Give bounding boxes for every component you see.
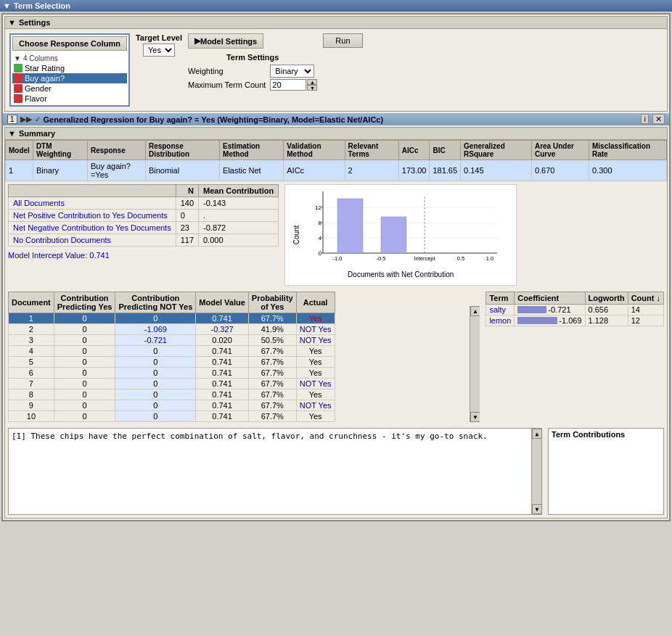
doc-cell-cn-8: 0 <box>115 389 196 400</box>
result-header: 1 ▶▶ ✓ Generalized Regression for Buy ag… <box>3 113 669 125</box>
column-item-gender[interactable]: Gender <box>12 83 127 94</box>
stats-mean-all: -0.143 <box>199 197 279 210</box>
result-arrows-icon: ▶▶ <box>20 115 32 124</box>
summary-collapse-icon[interactable]: ▼ <box>8 129 16 138</box>
spinner-down-button[interactable]: ▼ <box>307 85 317 91</box>
doc-row-7[interactable]: 7 0 0 0.741 67.7% NOT Yes <box>9 379 335 389</box>
chart-svg: 0 4 8 12 <box>301 188 504 268</box>
doc-row-1[interactable]: 1 0 0 0.741 67.7% Yes <box>9 313 335 324</box>
svg-rect-13 <box>337 199 363 253</box>
term-row-lemon[interactable]: lemon -1.069 1.128 12 <box>486 315 664 326</box>
doc-cell-actual-2: NOT Yes <box>296 324 335 335</box>
run-button[interactable]: Run <box>323 33 362 48</box>
column-icon-green <box>14 64 22 73</box>
doc-cell-prob-7: 67.7% <box>248 379 296 389</box>
col-model: Model <box>6 141 33 160</box>
stats-col-n: N <box>176 185 198 197</box>
column-icon-red-gender <box>14 84 22 93</box>
spinner-up-button[interactable]: ▲ <box>307 79 317 85</box>
result-close-icon[interactable]: ✕ <box>652 114 665 124</box>
stats-row-pos: Net Positive Contribution to Yes Documen… <box>9 210 279 222</box>
coeff-bar-lemon <box>517 317 557 324</box>
collapse-icon[interactable]: ▼ <box>3 1 11 10</box>
choose-response-column-button[interactable]: Choose Response Column <box>12 36 127 51</box>
doc-cell-prob-1: 67.7% <box>248 313 296 324</box>
doc-table-scrollbar[interactable]: ▲ ▼ <box>470 306 480 422</box>
scroll-up-arrow[interactable]: ▲ <box>470 306 480 316</box>
text-scrollbar[interactable]: ▲ ▼ <box>531 429 541 514</box>
stats-chart-area: N Mean Contribution All Documents 140 -0… <box>5 181 667 289</box>
doc-cell-cy-4: 0 <box>54 346 115 357</box>
doc-cell-cn-1: 0 <box>115 313 196 324</box>
doc-cell-actual-5: Yes <box>296 357 335 368</box>
doc-row-2[interactable]: 2 0 -1.069 -0.327 41.9% NOT Yes <box>9 324 335 335</box>
doc-cell-mv-3: 0.020 <box>196 335 249 346</box>
doc-row-10[interactable]: 10 0 0 0.741 67.7% Yes <box>9 411 335 422</box>
column-item-buy-again[interactable]: Buy again? <box>12 73 127 83</box>
max-term-count-label: Maximum Term Count <box>188 80 266 89</box>
doc-row-5[interactable]: 5 0 0 0.741 67.7% Yes <box>9 357 335 368</box>
term-cell-coeff-lemon: -1.069 <box>515 315 585 326</box>
doc-cell-cn-10: 0 <box>115 411 196 422</box>
doc-cell-id-6: 6 <box>9 368 54 379</box>
column-item-star-rating[interactable]: Star Rating <box>12 63 127 73</box>
result-title: Generalized Regression for Buy again? = … <box>44 115 384 124</box>
weighting-label: Weighting <box>188 67 266 75</box>
svg-text:8: 8 <box>319 220 322 226</box>
term-cell-logworth-lemon: 1.128 <box>585 315 628 326</box>
stats-label-nocontrib[interactable]: No Contribution Documents <box>9 234 176 247</box>
doc-cell-prob-2: 41.9% <box>248 324 296 335</box>
text-scroll-down[interactable]: ▼ <box>532 504 542 514</box>
title-text: Term Selection <box>14 1 70 10</box>
stats-row-neg: Net Negative Contribution to Yes Documen… <box>9 222 279 234</box>
term-cell-coeff-salty: -0.721 <box>515 305 585 315</box>
doc-cell-mv-1: 0.741 <box>196 313 249 324</box>
col-count[interactable]: Count ↓ <box>628 292 663 305</box>
stats-label-neg[interactable]: Net Negative Contribution to Yes Documen… <box>9 222 176 234</box>
doc-cell-id-3: 3 <box>9 335 54 346</box>
summary-table-wrapper: Model DTM Weighting Response Response Di… <box>5 140 667 181</box>
stats-label-all[interactable]: All Documents <box>9 197 176 210</box>
doc-row-6[interactable]: 6 0 0 0.741 67.7% Yes <box>9 368 335 379</box>
stats-section: N Mean Contribution All Documents 140 -0… <box>8 184 279 286</box>
col-model-value: Model Value <box>196 292 249 313</box>
doc-cell-id-10: 10 <box>9 411 54 422</box>
col-aicc: AICc <box>398 141 430 160</box>
model-settings-button[interactable]: ▶ Model Settings <box>188 33 263 49</box>
doc-row-8[interactable]: 8 0 0 0.741 67.7% Yes <box>9 389 335 400</box>
result-info-icon[interactable]: i <box>641 114 648 124</box>
term-cell-name-salty[interactable]: salty <box>486 305 515 315</box>
text-display-area: [1] These chips have the perfect combina… <box>5 425 667 518</box>
settings-header: ▼ Settings <box>5 17 667 29</box>
doc-cell-actual-8: Yes <box>296 389 335 400</box>
cell-distribution: Binomial <box>145 160 219 181</box>
cell-dtm: Binary <box>33 160 87 181</box>
column-item-flavor[interactable]: Flavor <box>12 94 127 104</box>
run-section: Run <box>323 33 362 48</box>
stats-label-pos[interactable]: Net Positive Contribution to Yes Documen… <box>9 210 176 222</box>
col-distribution: Response Distribution <box>145 141 219 160</box>
term-cell-name-lemon[interactable]: lemon <box>486 315 515 326</box>
term-row-salty[interactable]: salty -0.721 0.656 14 <box>486 305 664 315</box>
cell-estimation: Elastic Net <box>220 160 284 181</box>
target-level-select[interactable]: Yes No <box>143 44 175 57</box>
doc-row-9[interactable]: 9 0 0 0.741 67.7% NOT Yes <box>9 400 335 411</box>
col-coefficient: Coefficient <box>515 292 585 305</box>
max-term-count-input[interactable] <box>270 79 306 91</box>
doc-row-4[interactable]: 4 0 0 0.741 67.7% Yes <box>9 346 335 357</box>
settings-collapse-icon[interactable]: ▼ <box>8 18 16 27</box>
column-list: ▼ 4 Columns Star Rating Buy again? <box>12 54 127 104</box>
text-scroll-track <box>532 439 541 504</box>
weighting-select[interactable]: Binary TF-IDF Log <box>270 65 314 78</box>
doc-cell-mv-10: 0.741 <box>196 411 249 422</box>
col-bic: BIC <box>430 141 461 160</box>
term-cell-count-lemon: 12 <box>628 315 663 326</box>
col-contrib-not-yes: ContributionPredicting NOT Yes <box>115 292 196 313</box>
doc-row-3[interactable]: 3 0 -0.721 0.020 50.5% NOT Yes <box>9 335 335 346</box>
doc-cell-cn-2: -1.069 <box>115 324 196 335</box>
text-scroll-up[interactable]: ▲ <box>532 429 542 439</box>
doc-cell-id-8: 8 <box>9 389 54 400</box>
settings-content: Choose Response Column ▼ 4 Columns Star … <box>5 29 667 111</box>
scroll-down-arrow[interactable]: ▼ <box>470 412 480 422</box>
summary-row: 1 Binary Buy again?=Yes Binomial Elastic… <box>6 160 667 181</box>
